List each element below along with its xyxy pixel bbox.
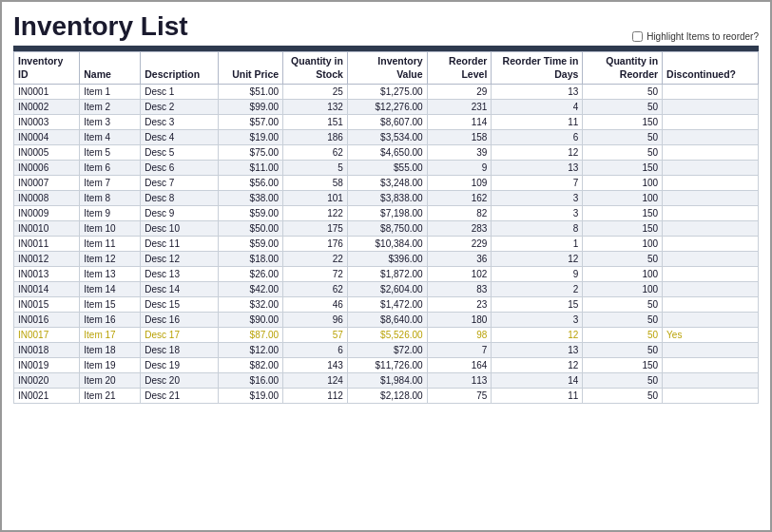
cell-reorder: 83 bbox=[427, 282, 492, 297]
cell-qty: 132 bbox=[283, 100, 348, 115]
cell-name: Item 13 bbox=[80, 267, 141, 282]
cell-name: Item 9 bbox=[80, 206, 141, 221]
cell-name: Item 16 bbox=[80, 313, 141, 328]
cell-days: 1 bbox=[492, 237, 583, 252]
cell-name: Item 15 bbox=[80, 297, 141, 313]
cell-price: $38.00 bbox=[219, 191, 283, 206]
cell-id: IN0011 bbox=[14, 237, 80, 252]
table-row: IN0017Item 17Desc 17$87.0057$5,526.00981… bbox=[14, 328, 759, 343]
cell-disc bbox=[663, 206, 759, 221]
cell-days: 13 bbox=[492, 343, 583, 358]
cell-qty-reorder: 100 bbox=[583, 191, 663, 206]
table-row: IN0012Item 12Desc 12$18.0022$396.0036125… bbox=[14, 252, 759, 267]
cell-qty-reorder: 150 bbox=[583, 115, 663, 130]
cell-qty: 5 bbox=[283, 161, 348, 176]
inventory-table: Inventory ID Name Description Unit Price… bbox=[13, 51, 759, 404]
cell-qty: 22 bbox=[283, 252, 348, 267]
cell-price: $19.00 bbox=[219, 130, 283, 145]
cell-desc: Desc 10 bbox=[141, 221, 219, 237]
cell-disc bbox=[663, 252, 759, 267]
cell-qty-reorder: 50 bbox=[583, 328, 663, 343]
cell-name: Item 5 bbox=[80, 145, 141, 161]
cell-id: IN0016 bbox=[14, 313, 80, 328]
cell-desc: Desc 5 bbox=[141, 145, 219, 161]
cell-inv: $2,128.00 bbox=[347, 389, 427, 404]
table-row: IN0005Item 5Desc 5$75.0062$4,650.0039125… bbox=[14, 145, 759, 161]
table-row: IN0020Item 20Desc 20$16.00124$1,984.0011… bbox=[14, 373, 759, 389]
cell-days: 9 bbox=[492, 267, 583, 282]
cell-inv: $1,275.00 bbox=[347, 85, 427, 100]
cell-qty: 72 bbox=[283, 267, 348, 282]
cell-price: $82.00 bbox=[219, 358, 283, 373]
cell-desc: Desc 9 bbox=[141, 206, 219, 221]
cell-reorder: 180 bbox=[427, 313, 492, 328]
cell-inv: $5,526.00 bbox=[347, 328, 427, 343]
cell-id: IN0010 bbox=[14, 221, 80, 237]
highlight-label: Highlight Items to reorder? bbox=[647, 31, 759, 42]
cell-name: Item 10 bbox=[80, 221, 141, 237]
cell-price: $18.00 bbox=[219, 252, 283, 267]
cell-disc bbox=[663, 267, 759, 282]
cell-id: IN0005 bbox=[14, 145, 80, 161]
cell-disc bbox=[663, 282, 759, 297]
table-row: IN0013Item 13Desc 13$26.0072$1,872.00102… bbox=[14, 267, 759, 282]
cell-qty-reorder: 100 bbox=[583, 267, 663, 282]
cell-id: IN0004 bbox=[14, 130, 80, 145]
cell-id: IN0014 bbox=[14, 282, 80, 297]
table-row: IN0021Item 21Desc 21$19.00112$2,128.0075… bbox=[14, 389, 759, 404]
cell-desc: Desc 1 bbox=[141, 85, 219, 100]
cell-days: 12 bbox=[492, 145, 583, 161]
cell-disc bbox=[663, 191, 759, 206]
cell-id: IN0008 bbox=[14, 191, 80, 206]
header-section: Inventory List Highlight Items to reorde… bbox=[13, 11, 759, 42]
cell-id: IN0009 bbox=[14, 206, 80, 221]
cell-name: Item 12 bbox=[80, 252, 141, 267]
cell-name: Item 20 bbox=[80, 373, 141, 389]
cell-qty: 58 bbox=[283, 176, 348, 191]
cell-price: $42.00 bbox=[219, 282, 283, 297]
cell-qty-reorder: 100 bbox=[583, 176, 663, 191]
cell-desc: Desc 6 bbox=[141, 161, 219, 176]
cell-desc: Desc 15 bbox=[141, 297, 219, 313]
cell-id: IN0017 bbox=[14, 328, 80, 343]
cell-price: $56.00 bbox=[219, 176, 283, 191]
table-container[interactable]: Inventory ID Name Description Unit Price… bbox=[13, 51, 759, 488]
cell-disc bbox=[663, 237, 759, 252]
cell-desc: Desc 13 bbox=[141, 267, 219, 282]
cell-disc bbox=[663, 373, 759, 389]
cell-qty: 122 bbox=[283, 206, 348, 221]
cell-qty-reorder: 50 bbox=[583, 343, 663, 358]
cell-name: Item 19 bbox=[80, 358, 141, 373]
cell-reorder: 109 bbox=[427, 176, 492, 191]
cell-disc bbox=[663, 221, 759, 237]
cell-qty: 62 bbox=[283, 145, 348, 161]
cell-reorder: 29 bbox=[427, 85, 492, 100]
cell-name: Item 1 bbox=[80, 85, 141, 100]
highlight-checkbox[interactable] bbox=[632, 31, 643, 42]
col-header-name: Name bbox=[80, 52, 141, 85]
cell-name: Item 8 bbox=[80, 191, 141, 206]
table-body: IN0001Item 1Desc 1$51.0025$1,275.0029135… bbox=[14, 85, 759, 404]
cell-qty-reorder: 150 bbox=[583, 206, 663, 221]
cell-days: 15 bbox=[492, 297, 583, 313]
cell-reorder: 102 bbox=[427, 267, 492, 282]
cell-qty-reorder: 100 bbox=[583, 282, 663, 297]
cell-qty: 112 bbox=[283, 389, 348, 404]
cell-name: Item 4 bbox=[80, 130, 141, 145]
cell-days: 8 bbox=[492, 221, 583, 237]
cell-id: IN0015 bbox=[14, 297, 80, 313]
outer-border: Inventory List Highlight Items to reorde… bbox=[0, 0, 772, 532]
cell-desc: Desc 21 bbox=[141, 389, 219, 404]
cell-inv: $8,607.00 bbox=[347, 115, 427, 130]
cell-days: 3 bbox=[492, 206, 583, 221]
cell-qty: 46 bbox=[283, 297, 348, 313]
cell-days: 11 bbox=[492, 115, 583, 130]
cell-name: Item 21 bbox=[80, 389, 141, 404]
cell-price: $26.00 bbox=[219, 267, 283, 282]
cell-price: $75.00 bbox=[219, 145, 283, 161]
cell-reorder: 9 bbox=[427, 161, 492, 176]
col-header-qty: Quantity in Stock bbox=[283, 52, 348, 85]
table-row: IN0010Item 10Desc 10$50.00175$8,750.0028… bbox=[14, 221, 759, 237]
cell-days: 13 bbox=[492, 161, 583, 176]
cell-inv: $4,650.00 bbox=[347, 145, 427, 161]
